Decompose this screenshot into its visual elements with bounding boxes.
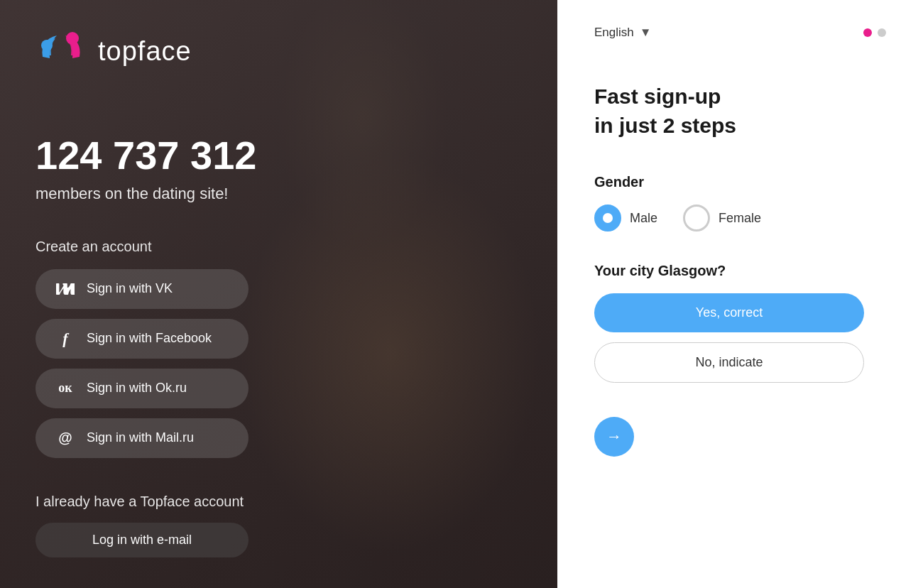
- language-label: English: [594, 26, 634, 40]
- city-buttons: Yes, correct No, indicate: [594, 293, 886, 383]
- gender-male-option[interactable]: Male: [594, 205, 657, 232]
- male-label: Male: [630, 211, 657, 226]
- signup-title: Fast sign-up in just 2 steps: [594, 82, 886, 140]
- step-dot-1: [863, 28, 872, 37]
- member-subtitle: members on the dating site!: [36, 185, 522, 203]
- step-dot-2: [878, 28, 886, 37]
- vk-signin-button[interactable]: Sign in with VK: [36, 269, 248, 309]
- social-buttons-list: Sign in with VK f Sign in with Facebook …: [36, 269, 522, 458]
- already-have-account-label: I already have a Topface account: [36, 494, 522, 510]
- mailru-icon: @: [55, 428, 75, 448]
- city-label: Your city Glasgow?: [594, 263, 886, 279]
- email-login-label: Log in with e-mail: [92, 533, 192, 547]
- left-panel: topface 124 737 312 members on the datin…: [0, 0, 557, 588]
- male-radio[interactable]: [594, 205, 621, 232]
- email-login-button[interactable]: Log in with e-mail: [36, 523, 248, 557]
- okru-signin-button[interactable]: ок Sign in with Ok.ru: [36, 369, 248, 408]
- okru-signin-label: Sign in with Ok.ru: [87, 381, 187, 396]
- facebook-icon: f: [55, 329, 75, 349]
- right-panel: English ▼ Fast sign-up in just 2 steps G…: [557, 0, 923, 588]
- logo-area: topface: [36, 26, 522, 77]
- city-yes-label: Yes, correct: [696, 305, 763, 320]
- female-label: Female: [719, 211, 761, 226]
- svg-point-0: [41, 40, 53, 51]
- chevron-down-icon: ▼: [640, 26, 652, 40]
- facebook-signin-button[interactable]: f Sign in with Facebook: [36, 319, 248, 359]
- left-content: topface 124 737 312 members on the datin…: [0, 0, 557, 583]
- right-header: English ▼: [594, 26, 886, 40]
- city-no-button[interactable]: No, indicate: [594, 342, 864, 383]
- language-selector[interactable]: English ▼: [594, 26, 652, 40]
- mailru-signin-label: Sign in with Mail.ru: [87, 430, 194, 445]
- next-button[interactable]: →: [594, 417, 634, 457]
- facebook-signin-label: Sign in with Facebook: [87, 331, 212, 346]
- signup-title-line1: Fast sign-up: [594, 85, 721, 108]
- topface-logo-icon: [36, 26, 87, 77]
- okru-icon: ок: [55, 379, 75, 398]
- female-radio[interactable]: [683, 205, 710, 232]
- male-radio-inner: [603, 213, 613, 223]
- gender-label: Gender: [594, 174, 886, 190]
- gender-female-option[interactable]: Female: [683, 205, 761, 232]
- create-account-label: Create an account: [36, 239, 522, 255]
- gender-options: Male Female: [594, 205, 886, 232]
- step-dots: [863, 28, 886, 37]
- signup-title-line2: in just 2 steps: [594, 114, 736, 137]
- vk-signin-label: Sign in with VK: [87, 281, 173, 296]
- member-count: 124 737 312: [36, 134, 522, 178]
- logo-text: topface: [98, 36, 192, 67]
- city-yes-button[interactable]: Yes, correct: [594, 293, 864, 332]
- next-arrow-icon: →: [606, 428, 622, 446]
- vk-icon: [55, 279, 75, 299]
- mailru-signin-button[interactable]: @ Sign in with Mail.ru: [36, 418, 248, 458]
- city-no-label: No, indicate: [695, 355, 763, 369]
